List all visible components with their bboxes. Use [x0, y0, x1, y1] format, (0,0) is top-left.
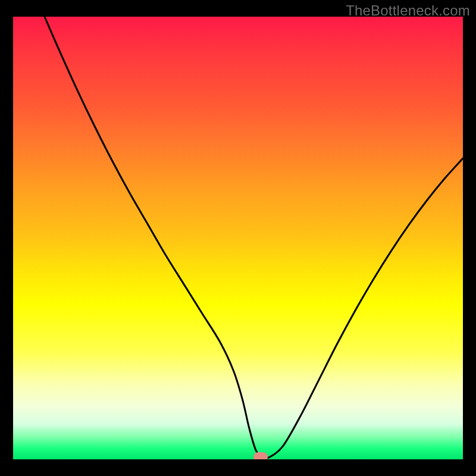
- bottleneck-curve: [13, 17, 463, 459]
- optimal-marker: [253, 452, 268, 459]
- chart-frame: TheBottleneck.com: [0, 0, 476, 476]
- watermark-text: TheBottleneck.com: [346, 2, 470, 19]
- plot-area: [13, 17, 463, 459]
